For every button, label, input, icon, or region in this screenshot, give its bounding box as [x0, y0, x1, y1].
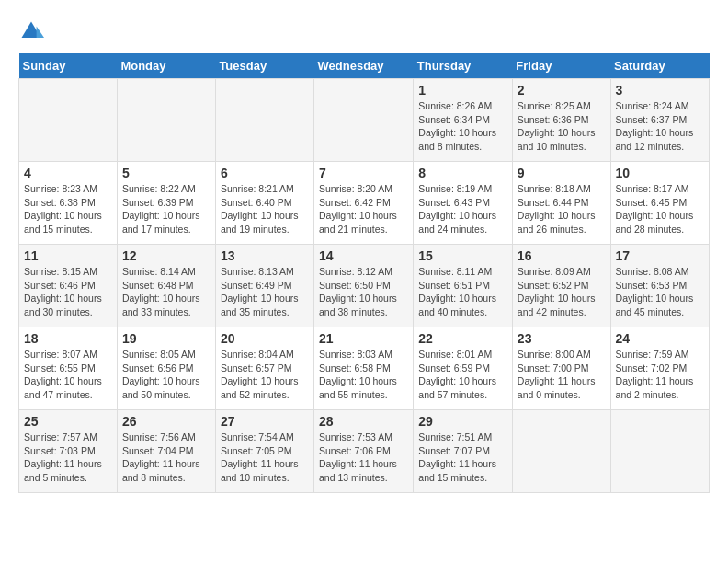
calendar-cell: 14Sunrise: 8:12 AMSunset: 6:50 PMDayligh…	[314, 245, 414, 327]
day-info: Sunrise: 8:01 AMSunset: 6:59 PMDaylight:…	[418, 348, 507, 402]
day-info: Sunrise: 8:17 AMSunset: 6:45 PMDaylight:…	[616, 182, 704, 236]
day-info: Sunrise: 8:20 AMSunset: 6:42 PMDaylight:…	[319, 182, 408, 236]
day-number: 19	[122, 331, 210, 346]
calendar-cell: 10Sunrise: 8:17 AMSunset: 6:45 PMDayligh…	[610, 162, 709, 245]
day-header-monday: Monday	[117, 53, 215, 79]
calendar-cell: 28Sunrise: 7:53 AMSunset: 7:06 PMDayligh…	[314, 410, 414, 493]
day-number: 24	[616, 331, 704, 346]
calendar-cell	[512, 410, 610, 493]
day-number: 9	[518, 166, 606, 180]
day-number: 12	[122, 248, 210, 263]
day-info: Sunrise: 7:54 AMSunset: 7:05 PMDaylight:…	[221, 431, 309, 485]
calendar-cell	[610, 410, 709, 493]
calendar-cell: 3Sunrise: 8:24 AMSunset: 6:37 PMDaylight…	[610, 79, 709, 162]
day-number: 8	[418, 166, 507, 180]
day-info: Sunrise: 8:11 AMSunset: 6:51 PMDaylight:…	[418, 265, 507, 319]
day-info: Sunrise: 8:00 AMSunset: 7:00 PMDaylight:…	[518, 348, 606, 402]
logo-icon	[18, 18, 44, 44]
day-number: 18	[24, 331, 112, 346]
day-number: 17	[616, 248, 704, 263]
day-number: 14	[319, 248, 408, 263]
day-info: Sunrise: 8:13 AMSunset: 6:49 PMDaylight:…	[221, 265, 309, 319]
calendar-cell: 25Sunrise: 7:57 AMSunset: 7:03 PMDayligh…	[19, 410, 118, 493]
calendar-cell: 1Sunrise: 8:26 AMSunset: 6:34 PMDaylight…	[414, 79, 513, 162]
calendar-cell: 19Sunrise: 8:05 AMSunset: 6:56 PMDayligh…	[117, 327, 215, 410]
day-info: Sunrise: 8:15 AMSunset: 6:46 PMDaylight:…	[24, 265, 112, 319]
day-number: 20	[221, 331, 309, 346]
calendar-cell: 22Sunrise: 8:01 AMSunset: 6:59 PMDayligh…	[414, 327, 513, 410]
calendar-cell: 15Sunrise: 8:11 AMSunset: 6:51 PMDayligh…	[414, 245, 513, 327]
day-number: 7	[319, 166, 408, 180]
day-number: 3	[616, 83, 704, 98]
svg-marker-1	[37, 26, 44, 38]
calendar-cell: 11Sunrise: 8:15 AMSunset: 6:46 PMDayligh…	[19, 245, 118, 327]
calendar-table: SundayMondayTuesdayWednesdayThursdayFrid…	[18, 53, 710, 493]
day-info: Sunrise: 8:24 AMSunset: 6:37 PMDaylight:…	[616, 99, 704, 154]
calendar-cell: 18Sunrise: 8:07 AMSunset: 6:55 PMDayligh…	[19, 327, 118, 410]
day-number: 21	[319, 331, 408, 346]
calendar-cell	[215, 79, 313, 162]
week-row-2: 11Sunrise: 8:15 AMSunset: 6:46 PMDayligh…	[19, 245, 710, 327]
week-row-0: 1Sunrise: 8:26 AMSunset: 6:34 PMDaylight…	[19, 79, 710, 162]
day-info: Sunrise: 7:51 AMSunset: 7:07 PMDaylight:…	[418, 431, 507, 485]
calendar-cell	[314, 79, 414, 162]
day-info: Sunrise: 8:05 AMSunset: 6:56 PMDaylight:…	[122, 348, 210, 402]
day-info: Sunrise: 8:21 AMSunset: 6:40 PMDaylight:…	[221, 182, 309, 236]
day-number: 22	[418, 331, 507, 346]
day-info: Sunrise: 8:19 AMSunset: 6:43 PMDaylight:…	[418, 182, 507, 236]
day-header-thursday: Thursday	[414, 53, 513, 79]
calendar-cell: 7Sunrise: 8:20 AMSunset: 6:42 PMDaylight…	[314, 162, 414, 245]
day-number: 25	[24, 414, 112, 429]
week-row-1: 4Sunrise: 8:23 AMSunset: 6:38 PMDaylight…	[19, 162, 710, 245]
days-header-row: SundayMondayTuesdayWednesdayThursdayFrid…	[19, 53, 710, 79]
day-header-wednesday: Wednesday	[314, 53, 414, 79]
day-info: Sunrise: 8:04 AMSunset: 6:57 PMDaylight:…	[221, 348, 309, 402]
calendar-cell: 12Sunrise: 8:14 AMSunset: 6:48 PMDayligh…	[117, 245, 215, 327]
day-info: Sunrise: 8:22 AMSunset: 6:39 PMDaylight:…	[122, 182, 210, 236]
day-number: 26	[122, 414, 210, 429]
calendar-cell: 2Sunrise: 8:25 AMSunset: 6:36 PMDaylight…	[512, 79, 610, 162]
day-number: 2	[518, 83, 606, 98]
day-info: Sunrise: 7:59 AMSunset: 7:02 PMDaylight:…	[616, 348, 704, 402]
calendar-cell: 16Sunrise: 8:09 AMSunset: 6:52 PMDayligh…	[512, 245, 610, 327]
calendar-cell: 24Sunrise: 7:59 AMSunset: 7:02 PMDayligh…	[610, 327, 709, 410]
calendar-cell: 9Sunrise: 8:18 AMSunset: 6:44 PMDaylight…	[512, 162, 610, 245]
calendar-cell: 29Sunrise: 7:51 AMSunset: 7:07 PMDayligh…	[414, 410, 513, 493]
calendar-cell: 8Sunrise: 8:19 AMSunset: 6:43 PMDaylight…	[414, 162, 513, 245]
day-number: 27	[221, 414, 309, 429]
logo	[18, 18, 46, 44]
day-number: 1	[418, 83, 507, 98]
calendar-cell: 23Sunrise: 8:00 AMSunset: 7:00 PMDayligh…	[512, 327, 610, 410]
page-header	[18, 18, 710, 44]
day-number: 4	[24, 166, 112, 180]
day-info: Sunrise: 8:25 AMSunset: 6:36 PMDaylight:…	[518, 99, 606, 154]
day-info: Sunrise: 8:03 AMSunset: 6:58 PMDaylight:…	[319, 348, 408, 402]
day-number: 10	[616, 166, 704, 180]
day-info: Sunrise: 7:53 AMSunset: 7:06 PMDaylight:…	[319, 431, 408, 485]
day-number: 29	[418, 414, 507, 429]
day-info: Sunrise: 7:56 AMSunset: 7:04 PMDaylight:…	[122, 431, 210, 485]
day-info: Sunrise: 8:12 AMSunset: 6:50 PMDaylight:…	[319, 265, 408, 319]
calendar-cell: 5Sunrise: 8:22 AMSunset: 6:39 PMDaylight…	[117, 162, 215, 245]
day-info: Sunrise: 8:07 AMSunset: 6:55 PMDaylight:…	[24, 348, 112, 402]
day-number: 5	[122, 166, 210, 180]
calendar-cell: 20Sunrise: 8:04 AMSunset: 6:57 PMDayligh…	[215, 327, 313, 410]
day-header-friday: Friday	[512, 53, 610, 79]
calendar-cell: 4Sunrise: 8:23 AMSunset: 6:38 PMDaylight…	[19, 162, 118, 245]
calendar-cell: 6Sunrise: 8:21 AMSunset: 6:40 PMDaylight…	[215, 162, 313, 245]
day-header-tuesday: Tuesday	[215, 53, 313, 79]
day-number: 23	[518, 331, 606, 346]
day-info: Sunrise: 8:26 AMSunset: 6:34 PMDaylight:…	[418, 99, 507, 154]
calendar-cell: 21Sunrise: 8:03 AMSunset: 6:58 PMDayligh…	[314, 327, 414, 410]
day-info: Sunrise: 8:09 AMSunset: 6:52 PMDaylight:…	[518, 265, 606, 319]
calendar-cell: 13Sunrise: 8:13 AMSunset: 6:49 PMDayligh…	[215, 245, 313, 327]
day-info: Sunrise: 8:08 AMSunset: 6:53 PMDaylight:…	[616, 265, 704, 319]
day-number: 15	[418, 248, 507, 263]
week-row-3: 18Sunrise: 8:07 AMSunset: 6:55 PMDayligh…	[19, 327, 710, 410]
day-header-sunday: Sunday	[19, 53, 118, 79]
calendar-cell: 17Sunrise: 8:08 AMSunset: 6:53 PMDayligh…	[610, 245, 709, 327]
calendar-cell	[19, 79, 118, 162]
day-number: 13	[221, 248, 309, 263]
day-info: Sunrise: 8:23 AMSunset: 6:38 PMDaylight:…	[24, 182, 112, 236]
day-number: 28	[319, 414, 408, 429]
